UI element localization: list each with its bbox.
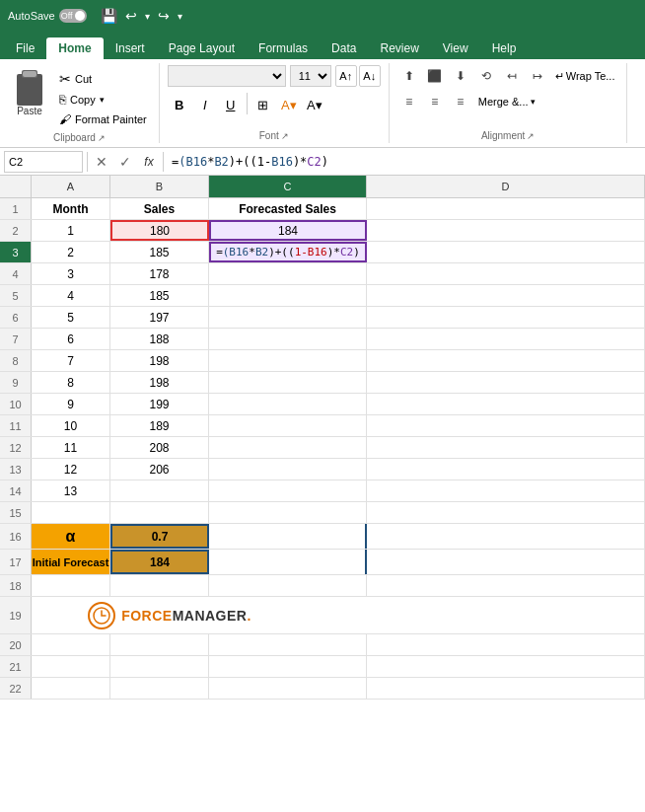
cell-d19[interactable] <box>308 597 645 633</box>
cell-b18[interactable] <box>110 575 209 596</box>
font-name-select[interactable] <box>168 65 286 87</box>
cell-a7[interactable]: 6 <box>32 329 110 349</box>
bold-button[interactable]: B <box>168 93 191 116</box>
formula-input[interactable]: =(B16*B2)+((1-B16)*C2) <box>168 155 641 169</box>
align-right-button[interactable]: ≡ <box>449 91 472 112</box>
cell-a20[interactable] <box>32 634 110 655</box>
col-header-c[interactable]: C <box>209 176 367 197</box>
tab-page-layout[interactable]: Page Layout <box>157 37 247 59</box>
font-color-button[interactable]: A▾ <box>303 93 326 116</box>
cell-a3[interactable]: 2 <box>32 242 110 262</box>
cell-d15[interactable] <box>367 502 645 523</box>
tab-view[interactable]: View <box>431 37 480 59</box>
cell-b5[interactable]: 185 <box>110 285 209 306</box>
align-middle-button[interactable]: ⬛ <box>423 65 447 87</box>
save-icon[interactable]: 💾 <box>101 8 117 24</box>
cell-a1[interactable]: Month <box>32 198 110 219</box>
align-left-button[interactable]: ≡ <box>397 91 421 112</box>
cell-a14[interactable]: 13 <box>32 480 110 501</box>
cell-c10[interactable] <box>209 394 367 414</box>
cell-b10[interactable]: 199 <box>110 394 209 414</box>
cell-d1[interactable] <box>367 198 645 219</box>
format-painter-button[interactable]: 🖌 Format Painter <box>55 111 151 128</box>
cell-c4[interactable] <box>209 263 367 284</box>
cell-c9[interactable] <box>209 372 367 393</box>
tab-insert[interactable]: Insert <box>104 37 157 59</box>
cell-d8[interactable] <box>367 350 645 371</box>
wrap-text-button[interactable]: ↵ Wrap Te... <box>551 65 619 87</box>
align-bottom-button[interactable]: ⬇ <box>449 65 472 87</box>
cell-a11[interactable]: 10 <box>32 415 110 436</box>
copy-button[interactable]: ⎘ Copy ▾ <box>55 91 151 109</box>
italic-button[interactable]: I <box>193 93 217 116</box>
cell-c14[interactable] <box>209 480 367 501</box>
customize-icon[interactable]: ▾ <box>178 11 182 22</box>
cell-b17[interactable]: 184 <box>110 550 209 574</box>
cell-d21[interactable] <box>367 656 645 677</box>
cell-b12[interactable]: 208 <box>110 437 209 458</box>
cell-c2[interactable]: 184 <box>209 220 367 241</box>
tab-formulas[interactable]: Formulas <box>247 37 320 59</box>
font-size-select[interactable]: 11 <box>290 65 331 87</box>
cell-c15[interactable] <box>209 502 367 523</box>
cell-d18[interactable] <box>367 575 645 596</box>
cell-a18[interactable] <box>32 575 110 596</box>
cell-a21[interactable] <box>32 656 110 677</box>
indent-increase-button[interactable]: ↦ <box>526 65 549 87</box>
cell-c1[interactable]: Forecasted Sales <box>209 198 367 219</box>
tab-review[interactable]: Review <box>368 37 430 59</box>
cell-c11[interactable] <box>209 415 367 436</box>
cell-c13[interactable] <box>209 459 367 480</box>
cell-b6[interactable]: 197 <box>110 307 209 328</box>
font-expand-icon[interactable]: ↗ <box>281 131 289 141</box>
cell-a12[interactable]: 11 <box>32 437 110 458</box>
cell-b1[interactable]: Sales <box>110 198 209 219</box>
cell-a17[interactable]: Initial Forecast <box>32 550 110 574</box>
cell-c20[interactable] <box>209 634 367 655</box>
cell-c8[interactable] <box>209 350 367 371</box>
cell-b8[interactable]: 198 <box>110 350 209 371</box>
cell-c3[interactable]: =(B16*B2)+((1-B16)*C2) <box>209 242 367 262</box>
cell-b2[interactable]: 180 <box>110 220 209 241</box>
merge-button[interactable]: Merge &... ▾ <box>474 91 539 112</box>
cell-c17[interactable] <box>209 550 367 574</box>
cell-a16[interactable]: α <box>32 524 110 549</box>
cell-a2[interactable]: 1 <box>32 220 110 241</box>
tab-file[interactable]: File <box>4 37 46 59</box>
cell-a8[interactable]: 7 <box>32 350 110 371</box>
text-direction-button[interactable]: ⟲ <box>474 65 498 87</box>
align-center-button[interactable]: ≡ <box>423 91 447 112</box>
cell-b20[interactable] <box>110 634 209 655</box>
cell-d12[interactable] <box>367 437 645 458</box>
cell-d5[interactable] <box>367 285 645 306</box>
align-top-button[interactable]: ⬆ <box>397 65 421 87</box>
col-header-a[interactable]: A <box>32 176 110 197</box>
cell-d2[interactable] <box>367 220 645 241</box>
cell-b22[interactable] <box>110 678 209 699</box>
increase-font-button[interactable]: A↑ <box>335 65 357 87</box>
cell-reference-input[interactable] <box>4 151 83 173</box>
cell-b16[interactable]: 0.7 <box>110 524 209 549</box>
tab-data[interactable]: Data <box>320 37 368 59</box>
cell-d4[interactable] <box>367 263 645 284</box>
autosave-toggle[interactable]: Off <box>59 9 87 23</box>
undo-dropdown-icon[interactable]: ▾ <box>145 11 150 22</box>
cell-b11[interactable]: 189 <box>110 415 209 436</box>
cell-d6[interactable] <box>367 307 645 328</box>
undo-icon[interactable]: ↩ <box>125 8 137 24</box>
cell-c7[interactable] <box>209 329 367 349</box>
cell-a15[interactable] <box>32 502 110 523</box>
fill-color-button[interactable]: A▾ <box>277 93 301 116</box>
cell-b15[interactable] <box>110 502 209 523</box>
cell-b9[interactable]: 198 <box>110 372 209 393</box>
underline-button[interactable]: U <box>219 93 243 116</box>
indent-decrease-button[interactable]: ↤ <box>500 65 524 87</box>
cell-d7[interactable] <box>367 329 645 349</box>
cell-d14[interactable] <box>367 480 645 501</box>
cell-b21[interactable] <box>110 656 209 677</box>
cell-a6[interactable]: 5 <box>32 307 110 328</box>
redo-icon[interactable]: ↪ <box>158 8 170 24</box>
insert-function-icon[interactable]: fx <box>139 155 159 169</box>
tab-help[interactable]: Help <box>480 37 529 59</box>
cell-a10[interactable]: 9 <box>32 394 110 414</box>
